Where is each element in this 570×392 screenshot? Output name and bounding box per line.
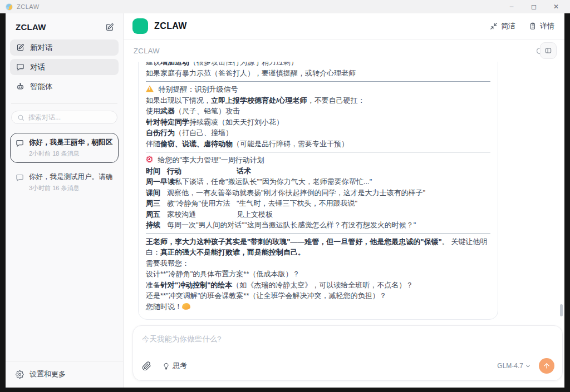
brand-title: ZCLAW xyxy=(154,21,187,31)
compose-icon[interactable] xyxy=(105,23,114,32)
conversation-title: 你好，我是测试用户。请确... xyxy=(29,172,113,182)
message-line: 准备针对"冲动控制"的绘本（如《杰瑞的冷静太空》，可以读给全班听，不点名）？ xyxy=(146,280,490,291)
message-text: 增加运动 xyxy=(160,62,189,66)
sidebar-item-chats[interactable]: 对话 xyxy=(10,59,119,75)
model-selector[interactable]: GLM-4.7 xyxy=(497,362,531,370)
message-text: 设计**"冷静角"的具体布置方案**（低成本版）？ xyxy=(146,270,299,278)
target-emoji-icon xyxy=(146,156,153,163)
os-titlebar: ZCLAW – ◻ ✕ xyxy=(0,0,570,13)
conversation-list: 你好，我是王丽华，朝阳区... 2小时前 18 条消息 你好，我是测试用户。请确… xyxy=(10,133,119,202)
conversation-item[interactable]: 你好，我是测试用户。请确... 3小时前 16 条消息 xyxy=(10,167,119,197)
plan-table-cell: 周三 xyxy=(146,198,167,209)
muscle-emoji-icon xyxy=(182,303,190,310)
scrollbar-thumb[interactable] xyxy=(560,304,563,316)
message-text: 使用 xyxy=(146,107,160,115)
settings-label: 设置和更多 xyxy=(30,369,66,379)
main-panel: ZCLAW 简洁 详情 ZCLAW xyxy=(124,13,564,388)
message-line: 给您的"李大力管理"一周行动计划 xyxy=(146,155,490,166)
maximize-button[interactable]: ◻ xyxy=(530,3,538,11)
composer-placeholder: 今天我能为你做些什么? xyxy=(142,334,554,344)
conversation-meta: 2小时前 18 条消息 xyxy=(29,150,113,158)
conversation-body: 你好，我是王丽华，朝阳区... 2小时前 18 条消息 xyxy=(29,138,113,158)
plan-table-cell: 周一早读 xyxy=(146,176,175,187)
plan-table-cell: 见上文模板 xyxy=(237,209,490,220)
app-logo-icon xyxy=(6,3,13,11)
minimize-button[interactable]: – xyxy=(508,3,515,11)
subheader-tools xyxy=(535,42,557,59)
message-line: 王老师，李大力这种孩子其实是"带刺的玫瑰"——难管，但一旦管好，他是您最忠诚的"… xyxy=(146,236,490,258)
paperclip-icon[interactable] xyxy=(142,361,151,371)
chevron-down-icon xyxy=(525,363,531,369)
robot-icon xyxy=(16,82,24,91)
sidebar-item-label: 对话 xyxy=(30,62,45,72)
plan-table-cell: 家校沟通 xyxy=(167,209,237,220)
message-line: 针对特定同学持续霸凌（如天天打刘小花） xyxy=(146,117,490,128)
conversation-title: 你好，我是王丽华，朝阳区... xyxy=(29,138,113,147)
message-text: 需要我帮您： xyxy=(146,259,189,267)
plan-table-cell: 私下谈话，任命"搬运队长" xyxy=(175,176,259,187)
sidebar-title: ZCLAW xyxy=(16,22,46,32)
search-icon xyxy=(17,114,24,121)
sidebar-settings[interactable]: 设置和更多 xyxy=(6,361,123,388)
compact-view-button[interactable]: 简洁 xyxy=(490,21,515,31)
plan-table-row: 持续每周一次"男人间的对话""这周当搬运队长感觉怎么样？有没有想发火的时候？" xyxy=(146,220,490,231)
titlebar-app-name: ZCLAW xyxy=(17,3,40,10)
plan-table-cell: 持续 xyxy=(146,220,167,231)
message-text: 武器 xyxy=(160,107,175,115)
message-line: 如果出现以下情况，立即上报学校德育处/心理老师，不要自己硬扛： xyxy=(146,95,490,106)
plan-table-row: 周一早读私下谈话，任命"搬运队长""因为你力气大，老师需要你帮忙..." xyxy=(146,176,490,187)
detail-view-button[interactable]: 详情 xyxy=(529,21,554,31)
message-text: （尺子、铅笔）攻击 xyxy=(175,107,240,115)
chat-sender-label: ZCLAW xyxy=(134,47,160,55)
message-text: 立即上报学校德育处/心理老师 xyxy=(211,96,307,105)
sidebar-item-agents[interactable]: 智能体 xyxy=(10,78,119,95)
plan-table-row: 周三教"冷静角"使用方法"生气时，去锤三下枕头，不用跟我说" xyxy=(146,198,490,209)
model-name: GLM-4.7 xyxy=(497,362,523,370)
plan-table-cell: "因为你力气大，老师需要你帮忙..." xyxy=(259,176,490,187)
message-line: 需要我帮您： xyxy=(146,258,490,269)
close-button[interactable]: ✕ xyxy=(552,3,560,11)
message-text: 针对"冲动控制"的绘本 xyxy=(160,281,232,289)
message-text: 真正的强大不是能打败谁，而是能控制自己。 xyxy=(160,248,305,256)
message-text: （打自己、撞墙） xyxy=(175,128,233,137)
plan-table-cell: 课间 xyxy=(146,187,167,199)
message-line: 建议增加运动（很多攻击性行为源于精力过剩） xyxy=(146,62,490,68)
header-actions: 简洁 详情 xyxy=(490,21,554,31)
think-label: 思考 xyxy=(173,361,187,371)
side-panel-toggle-button[interactable] xyxy=(540,42,557,59)
chat-bubble-icon xyxy=(16,63,24,71)
message-text: （很多攻击性行为源于精力过剩） xyxy=(189,62,298,66)
plan-table-row: 课间观察他，一有友善举动就表扬"刚才你扶起摔倒的同学，这才是大力士该有的样子" xyxy=(146,187,490,199)
message-text: 特别提醒：识别升级信号 xyxy=(156,85,238,93)
warning-emoji-icon xyxy=(146,85,154,92)
plan-table-row: 周五家校沟通见上文模板 xyxy=(146,209,490,220)
plan-table-cell: "生气时，去锤三下枕头，不用跟我说" xyxy=(237,198,490,209)
message-text: ，不要自己硬扛： xyxy=(307,96,365,105)
arrow-up-icon xyxy=(543,362,551,370)
message-line: 伴随偷窃、说谎、虐待动物（可能是品行障碍，需要专业干预） xyxy=(146,138,490,150)
collapse-arrows-icon xyxy=(490,22,498,30)
search-input[interactable]: 搜索对话... xyxy=(11,111,117,124)
gear-icon xyxy=(16,370,24,379)
sidebar-item-new-chat[interactable]: 新对话 xyxy=(10,39,119,56)
plan-table-cell: 每周一次"男人间的对话" xyxy=(167,220,244,231)
plan-table-cell: "刚才你扶起摔倒的同学，这才是大力士该有的样子" xyxy=(261,187,490,199)
message-divider xyxy=(146,81,490,82)
message-line: 还是**"冲突调解"的班会课教案**（让全班学会解决冲突，减轻您的负担）？ xyxy=(146,290,490,301)
message-line: 自伤行为（打自己、撞墙） xyxy=(146,127,490,138)
composer[interactable]: 今天我能为你做些什么? 思考 GLM-4.7 xyxy=(132,325,563,381)
think-toggle-button[interactable]: 思考 xyxy=(163,361,187,371)
plan-table-cell: 话术 xyxy=(237,166,490,177)
conversation-body: 你好，我是测试用户。请确... 3小时前 16 条消息 xyxy=(29,172,113,192)
plan-table-cell: "这周当搬运队长感觉怎么样？有没有想发火的时候？" xyxy=(244,220,490,231)
send-button[interactable] xyxy=(539,358,554,374)
chat-viewport: 个说"你家孩子打人"，说"咱们一起教他控制力气"建议增加运动（很多攻击性行为源于… xyxy=(124,62,564,325)
app-window: ZCLAW 新对话 对话 智能体 xyxy=(6,13,564,388)
search-placeholder: 搜索对话... xyxy=(28,113,61,122)
brand-logo-icon xyxy=(132,18,148,34)
conversation-item-selected[interactable]: 你好，我是王丽华，朝阳区... 2小时前 18 条消息 xyxy=(10,133,119,163)
message-text: 您随时说！ xyxy=(146,302,182,311)
plan-table-cell: 行动 xyxy=(167,166,237,177)
main-header: ZCLAW 简洁 详情 xyxy=(124,13,564,39)
message-text: 如果家庭有暴力示范（爸爸打人），要谨慎提醒，或转介心理老师 xyxy=(146,69,356,77)
